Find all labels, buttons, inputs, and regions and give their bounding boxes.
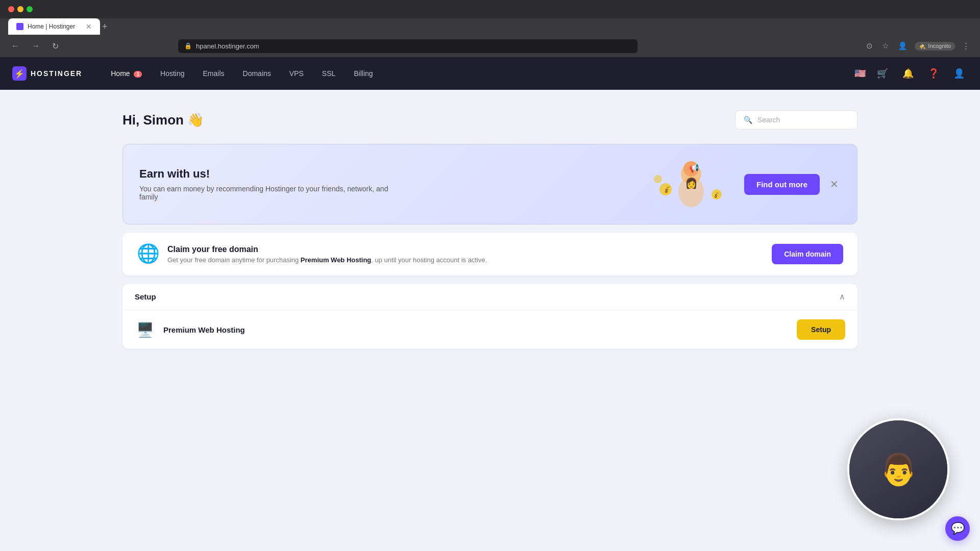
tab-close-icon[interactable]: ✕	[86, 22, 92, 31]
earn-banner-illustration: 📢 👩 💰 💰	[650, 159, 732, 210]
svg-text:👩: 👩	[685, 177, 698, 189]
browser-titlebar	[0, 0, 980, 18]
browser-toolbar-right: ⊙ ☆ 👤 🕵 Incognito ⋮	[864, 39, 972, 53]
nav-billing[interactable]: Billing	[346, 65, 381, 82]
browser-chrome: Home | Hostinger ✕ + ← → ↻ 🔒 hpanel.host…	[0, 0, 980, 57]
nav-links: Home 1 Hosting Emails Domains VPS SSL Bi…	[103, 65, 854, 82]
setup-card: Setup ∧ 🖥️ Premium Web Hosting Setup	[122, 284, 857, 349]
home-badge: 1	[134, 71, 142, 78]
nav-domains[interactable]: Domains	[235, 65, 279, 82]
earn-desc: You can earn money by recommending Hosti…	[139, 185, 395, 201]
tab-label: Home | Hostinger	[28, 23, 82, 30]
svg-text:💰: 💰	[712, 191, 721, 199]
logo-text: HOSTINGER	[31, 69, 82, 78]
app-logo[interactable]: HOSTINGER	[12, 66, 82, 81]
reload-button[interactable]: ↻	[49, 39, 62, 53]
address-text: hpanel.hostinger.com	[196, 42, 259, 50]
video-avatar: 👨	[847, 418, 949, 520]
chevron-up-icon: ∧	[839, 292, 845, 302]
language-flag-icon[interactable]: 🇺🇸	[854, 68, 866, 79]
setup-row: 🖥️ Premium Web Hosting Setup	[122, 310, 857, 349]
incognito-badge: 🕵 Incognito	[915, 42, 955, 51]
domain-card: 🌐 Claim your free domain Get your free d…	[122, 233, 857, 276]
app-nav: HOSTINGER Home 1 Hosting Emails Domains …	[0, 57, 980, 90]
minimize-dot[interactable]	[17, 6, 23, 12]
logo-icon	[12, 66, 27, 81]
svg-text:📢: 📢	[689, 163, 699, 173]
chat-button[interactable]: 💬	[945, 516, 970, 541]
hosting-label: Premium Web Hosting	[163, 325, 797, 334]
extensions-icon[interactable]: ⋮	[960, 39, 972, 53]
nav-home[interactable]: Home 1	[103, 65, 150, 82]
search-icon: 🔍	[744, 116, 752, 124]
domain-card-link: Premium Web Hosting	[301, 256, 371, 264]
domain-card-icon: 🌐	[137, 243, 159, 265]
earn-banner: Earn with us! You can earn money by reco…	[122, 144, 857, 224]
domain-card-title: Claim your free domain	[167, 245, 772, 254]
new-tab-button[interactable]: +	[100, 19, 110, 34]
earn-title: Earn with us!	[139, 167, 638, 181]
cast-icon[interactable]: ⊙	[864, 39, 875, 53]
nav-hosting[interactable]: Hosting	[152, 65, 192, 82]
incognito-icon: 🕵	[919, 43, 926, 49]
active-tab[interactable]: Home | Hostinger ✕	[8, 18, 100, 35]
chat-icon: 💬	[951, 522, 965, 535]
close-banner-button[interactable]: ✕	[828, 176, 841, 192]
setup-button[interactable]: Setup	[797, 319, 845, 340]
nav-emails[interactable]: Emails	[195, 65, 233, 82]
svg-point-5	[654, 175, 662, 183]
page-header: Hi, Simon 👋 🔍	[122, 110, 857, 130]
profile-icon[interactable]: 👤	[896, 39, 910, 53]
bookmark-icon[interactable]: ☆	[880, 39, 891, 53]
browser-dots	[8, 6, 33, 12]
browser-toolbar: ← → ↻ 🔒 hpanel.hostinger.com ⊙ ☆ 👤 🕵 Inc…	[0, 35, 980, 57]
nav-ssl[interactable]: SSL	[314, 65, 344, 82]
setup-header[interactable]: Setup ∧	[122, 284, 857, 310]
search-bar[interactable]: 🔍	[735, 110, 857, 130]
page-content: Hi, Simon 👋 🔍 Earn with us! You can earn…	[0, 90, 980, 551]
lock-icon: 🔒	[184, 42, 192, 49]
close-dot[interactable]	[8, 6, 14, 12]
domain-card-text: Claim your free domain Get your free dom…	[167, 245, 772, 264]
svg-text:💰: 💰	[662, 185, 672, 194]
domain-card-desc: Get your free domain anytime for purchas…	[167, 256, 772, 264]
earn-banner-content: Earn with us! You can earn money by reco…	[139, 167, 638, 201]
nav-vps[interactable]: VPS	[281, 65, 312, 82]
find-out-button[interactable]: Find out more	[744, 174, 820, 195]
incognito-label: Incognito	[928, 43, 951, 49]
back-button[interactable]: ←	[8, 39, 22, 53]
claim-domain-button[interactable]: Claim domain	[772, 244, 843, 264]
setup-title: Setup	[135, 292, 156, 301]
tab-favicon	[16, 23, 23, 30]
notification-icon[interactable]: 🔔	[899, 65, 917, 82]
hosting-icon: 🖥️	[135, 319, 155, 340]
nav-right: 🇺🇸 🛒 🔔 ❓ 👤	[854, 65, 968, 82]
forward-button[interactable]: →	[29, 39, 43, 53]
help-icon[interactable]: ❓	[925, 65, 942, 82]
greeting: Hi, Simon 👋	[122, 112, 204, 128]
address-bar[interactable]: 🔒 hpanel.hostinger.com	[178, 39, 638, 53]
cart-icon[interactable]: 🛒	[874, 65, 891, 82]
search-input[interactable]	[757, 116, 849, 124]
maximize-dot[interactable]	[27, 6, 33, 12]
user-account-icon[interactable]: 👤	[950, 65, 968, 82]
